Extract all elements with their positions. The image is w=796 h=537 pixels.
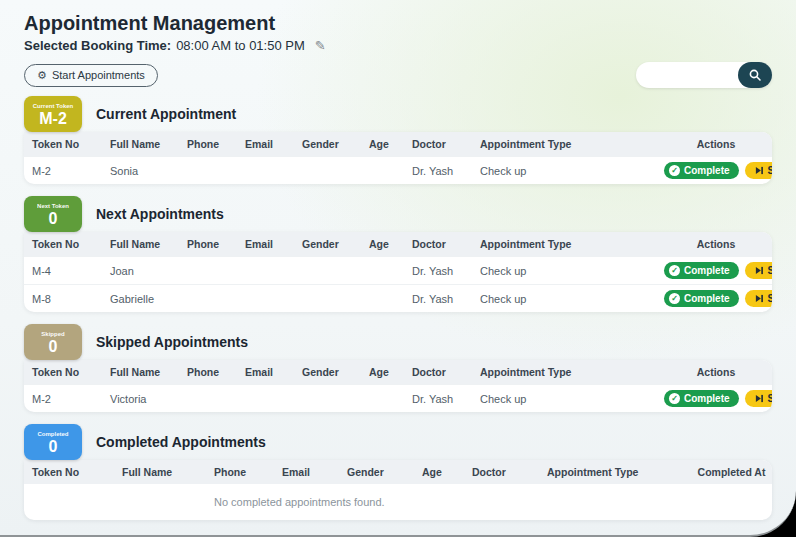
section-title: Current Appointment [96, 106, 236, 122]
table-header-row: Token No Full Name Phone Email Gender Ag… [24, 232, 772, 256]
col-full-name: Full Name [108, 366, 185, 378]
table-row: M-2 Sonia Dr. Yash Check up ✓ Complete S… [24, 156, 772, 184]
section-header: Completed 0 Completed Appointments [24, 424, 772, 460]
completed-appointments-table: Token No Full Name Phone Email Gender Ag… [24, 460, 772, 520]
section-title: Next Appointments [96, 206, 224, 222]
col-age: Age [367, 138, 410, 150]
col-actions: Actions [664, 366, 766, 378]
col-email: Email [243, 366, 300, 378]
section-completed-appointments: Completed 0 Completed Appointments Token… [24, 424, 772, 520]
cell-token: M-8 [30, 293, 108, 305]
app-window: Appointment Management Selected Booking … [0, 0, 796, 537]
section-title: Completed Appointments [96, 434, 266, 450]
col-phone: Phone [185, 138, 243, 150]
col-phone: Phone [185, 238, 243, 250]
col-email: Email [243, 138, 300, 150]
col-gender: Gender [300, 238, 367, 250]
complete-label: Complete [684, 265, 730, 276]
complete-label: Complete [684, 165, 730, 176]
table-row: M-4 Joan Dr. Yash Check up ✓ Complete Sk… [24, 256, 772, 284]
table-header-row: Token No Full Name Phone Email Gender Ag… [24, 460, 772, 484]
search-icon [748, 68, 762, 82]
col-token-no: Token No [30, 238, 108, 250]
skip-button[interactable]: Skip [745, 390, 772, 407]
booking-time-value: 08:00 AM to 01:50 PM [176, 38, 305, 53]
skip-label: Skip [768, 293, 772, 304]
check-icon: ✓ [669, 265, 680, 276]
next-token-badge: Next Token 0 [24, 196, 82, 232]
col-gender: Gender [300, 366, 367, 378]
col-full-name: Full Name [120, 466, 212, 478]
section-skipped-appointments: Skipped 0 Skipped Appointments Token No … [24, 324, 772, 412]
complete-button[interactable]: ✓ Complete [664, 162, 739, 179]
col-appointment-type: Appointment Type [478, 238, 664, 250]
col-email: Email [280, 466, 345, 478]
skip-button[interactable]: Skip [745, 162, 772, 179]
section-header: Skipped 0 Skipped Appointments [24, 324, 772, 360]
col-doctor: Doctor [410, 138, 478, 150]
booking-time-label: Selected Booking Time: [24, 38, 171, 53]
skip-button[interactable]: Skip [745, 290, 772, 307]
current-appointment-table: Token No Full Name Phone Email Gender Ag… [24, 132, 772, 184]
skip-label: Skip [768, 265, 772, 276]
col-completed-at: Completed At [695, 466, 766, 478]
cell-token: M-2 [30, 165, 108, 177]
col-appointment-type: Appointment Type [478, 366, 664, 378]
check-icon: ✓ [669, 393, 680, 404]
col-age: Age [367, 366, 410, 378]
cell-appointment-type: Check up [478, 265, 664, 277]
edit-pencil-icon[interactable]: ✎ [315, 38, 326, 53]
next-appointments-table: Token No Full Name Phone Email Gender Ag… [24, 232, 772, 312]
cell-appointment-type: Check up [478, 165, 664, 177]
section-header: Next Token 0 Next Appointments [24, 196, 772, 232]
col-token-no: Token No [30, 366, 108, 378]
table-header-row: Token No Full Name Phone Email Gender Ag… [24, 132, 772, 156]
token-badge-label: Next Token [37, 202, 69, 210]
cell-full-name: Sonia [108, 165, 185, 177]
skip-label: Skip [768, 165, 772, 176]
col-email: Email [243, 238, 300, 250]
cell-full-name: Joan [108, 265, 185, 277]
col-actions: Actions [664, 138, 766, 150]
start-appointments-label: Start Appointments [52, 69, 145, 81]
section-current-appointment: Current Token M-2 Current Appointment To… [24, 96, 772, 184]
token-badge-value: M-2 [39, 110, 67, 127]
cell-actions: ✓ Complete Skip [664, 262, 772, 279]
col-phone: Phone [212, 466, 280, 478]
skip-label: Skip [768, 393, 772, 404]
col-appointment-type: Appointment Type [545, 466, 695, 478]
cell-doctor: Dr. Yash [410, 393, 478, 405]
col-age: Age [367, 238, 410, 250]
page-title: Appointment Management [24, 12, 772, 34]
token-badge-value: 0 [49, 210, 58, 227]
complete-button[interactable]: ✓ Complete [664, 290, 739, 307]
token-badge-label: Current Token [33, 102, 74, 110]
booking-time: Selected Booking Time: 08:00 AM to 01:50… [24, 38, 772, 53]
col-doctor: Doctor [470, 466, 545, 478]
skipped-token-badge: Skipped 0 [24, 324, 82, 360]
complete-button[interactable]: ✓ Complete [664, 390, 739, 407]
col-gender: Gender [300, 138, 367, 150]
complete-label: Complete [684, 293, 730, 304]
table-header-row: Token No Full Name Phone Email Gender Ag… [24, 360, 772, 384]
col-gender: Gender [345, 466, 420, 478]
table-row: M-2 Victoria Dr. Yash Check up ✓ Complet… [24, 384, 772, 412]
start-appointments-button[interactable]: ⚙ Start Appointments [24, 64, 158, 87]
col-full-name: Full Name [108, 138, 185, 150]
complete-label: Complete [684, 393, 730, 404]
cell-token: M-2 [30, 393, 108, 405]
section-header: Current Token M-2 Current Appointment [24, 96, 772, 132]
search-bar [636, 62, 772, 88]
page-content: Appointment Management Selected Booking … [0, 0, 796, 520]
skip-button[interactable]: Skip [745, 262, 772, 279]
completed-token-badge: Completed 0 [24, 424, 82, 460]
search-button[interactable] [738, 62, 772, 88]
complete-button[interactable]: ✓ Complete [664, 262, 739, 279]
col-doctor: Doctor [410, 238, 478, 250]
col-token-no: Token No [30, 466, 120, 478]
section-title: Skipped Appointments [96, 334, 248, 350]
empty-state-message: No completed appointments found. [24, 484, 772, 520]
cell-token: M-4 [30, 265, 108, 277]
token-badge-value: 0 [49, 438, 58, 455]
cell-doctor: Dr. Yash [410, 265, 478, 277]
